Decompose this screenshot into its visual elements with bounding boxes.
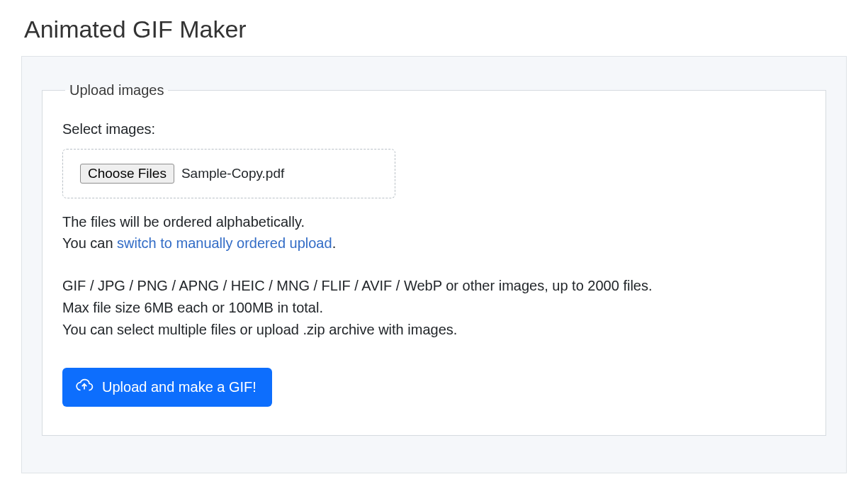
format-line3: You can select multiple files or upload … — [62, 319, 806, 341]
fieldset-legend: Upload images — [65, 82, 168, 98]
ordering-info-line1: The files will be ordered alphabetically… — [62, 211, 806, 232]
ordering-info-prefix: You can — [62, 235, 117, 251]
upload-fieldset: Upload images Select images: Choose File… — [42, 82, 826, 436]
format-line1: GIF / JPG / PNG / APNG / HEIC / MNG / FL… — [62, 275, 806, 297]
page-title: Animated GIF Maker — [0, 0, 868, 56]
ordering-info-suffix: . — [332, 235, 337, 251]
file-drop-zone[interactable]: Choose Files Sample-Copy.pdf — [62, 149, 395, 198]
format-line2: Max file size 6MB each or 100MB in total… — [62, 297, 806, 319]
upload-button[interactable]: Upload and make a GIF! — [62, 368, 272, 407]
ordering-info: The files will be ordered alphabetically… — [62, 211, 806, 254]
ordering-info-line2: You can switch to manually ordered uploa… — [62, 232, 806, 254]
manual-order-link[interactable]: switch to manually ordered upload — [117, 235, 332, 251]
select-images-label: Select images: — [62, 121, 806, 137]
choose-files-button[interactable]: Choose Files — [80, 164, 174, 184]
selected-file-name: Sample-Copy.pdf — [181, 166, 284, 181]
format-info: GIF / JPG / PNG / APNG / HEIC / MNG / FL… — [62, 275, 806, 341]
upload-button-label: Upload and make a GIF! — [102, 379, 257, 395]
cloud-upload-icon — [75, 376, 94, 398]
upload-panel: Upload images Select images: Choose File… — [21, 56, 847, 473]
